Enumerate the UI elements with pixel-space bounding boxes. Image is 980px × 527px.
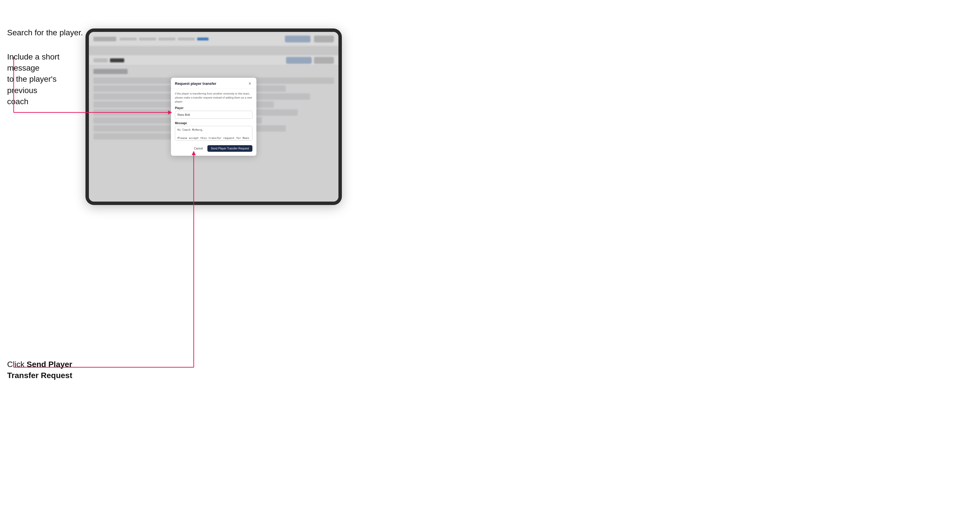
annotation-search: Search for the player. (7, 27, 83, 38)
player-label: Player (175, 106, 252, 110)
annotation-click: Click Send Player Transfer Request (7, 359, 81, 381)
request-transfer-modal: Request player transfer × If the player … (171, 78, 256, 156)
tablet-frame: Request player transfer × If the player … (86, 29, 342, 205)
message-label: Message (175, 122, 252, 125)
message-textarea[interactable]: Hi Coach McHarg, Please accept this tran… (175, 126, 252, 141)
modal-description: If the player is transferring from anoth… (175, 92, 252, 104)
cancel-button[interactable]: Cancel (192, 146, 205, 151)
modal-footer: Cancel Send Player Transfer Request (175, 145, 252, 152)
modal-close-button[interactable]: × (247, 81, 252, 86)
modal-body: If the player is transferring from anoth… (171, 89, 256, 156)
modal-header: Request player transfer × (171, 78, 256, 89)
player-input[interactable] (175, 111, 252, 119)
modal-overlay: Request player transfer × If the player … (89, 32, 339, 202)
send-transfer-request-button[interactable]: Send Player Transfer Request (207, 145, 252, 152)
tablet-screen: Request player transfer × If the player … (89, 32, 339, 202)
annotation-message: Include a short message to the player's … (7, 51, 81, 107)
modal-title: Request player transfer (175, 81, 216, 86)
